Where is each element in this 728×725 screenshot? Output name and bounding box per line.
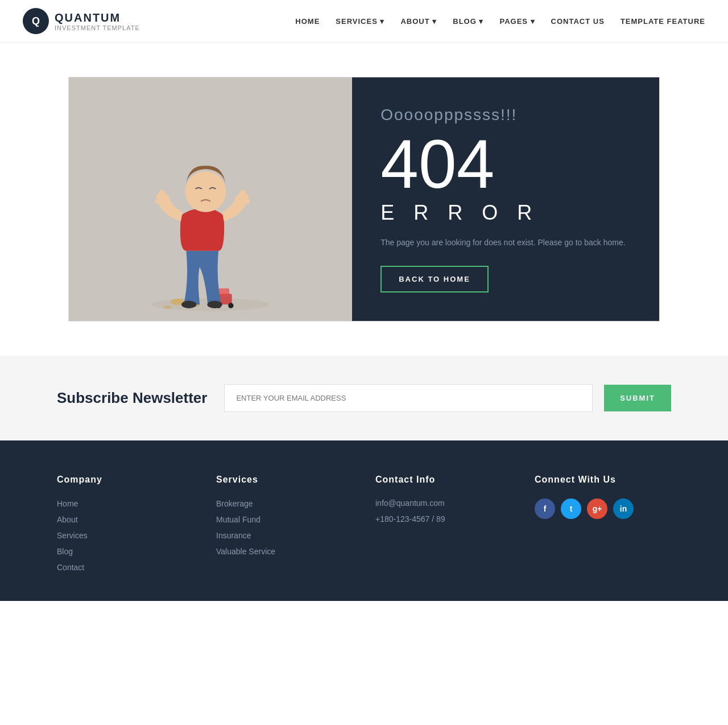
footer-services-links: Brokerage Mutual Fund Insurance Valuable… [216, 499, 353, 557]
subscribe-title: Subscribe Newsletter [57, 389, 207, 407]
svg-point-17 [245, 199, 250, 204]
footer-services-heading: Services [216, 475, 353, 485]
logo-name: QUANTUM [55, 11, 140, 24]
svg-point-9 [207, 301, 222, 308]
navbar: Q QUANTUM INVESTMENT TEMPLATE HOME SERVI… [0, 0, 728, 43]
facebook-icon[interactable]: f [535, 499, 555, 519]
svg-rect-5 [218, 289, 229, 295]
error-content: Ooooopppssss!!! 404 E R R O R The page y… [352, 77, 659, 321]
nav-about[interactable]: ABOUT ▾ [400, 17, 437, 26]
footer-contact-phone: +180-123-4567 / 89 [375, 514, 512, 524]
error-description: The page you are looking for does not ex… [380, 236, 631, 249]
svg-point-16 [243, 194, 249, 199]
footer-company-heading: Company [57, 475, 193, 485]
svg-point-14 [155, 199, 160, 204]
svg-point-8 [181, 301, 196, 308]
footer-service-insurance[interactable]: Insurance [216, 531, 251, 540]
footer-company-services[interactable]: Services [57, 531, 88, 540]
footer-company-links: Home About Services Blog Contact [57, 499, 193, 572]
footer-social-heading: Connect With Us [535, 475, 671, 485]
linkedin-icon[interactable]: in [613, 499, 634, 519]
logo[interactable]: Q QUANTUM INVESTMENT TEMPLATE [23, 8, 140, 34]
footer-services: Services Brokerage Mutual Fund Insurance… [216, 475, 353, 578]
nav-pages[interactable]: PAGES ▾ [499, 17, 535, 26]
footer-company-home[interactable]: Home [57, 499, 78, 508]
error-image [69, 77, 352, 321]
subscribe-email-input[interactable] [224, 384, 593, 412]
error-number: 404 [380, 130, 631, 198]
footer-service-mutual[interactable]: Mutual Fund [216, 515, 260, 524]
footer-company-contact[interactable]: Contact [57, 563, 84, 572]
svg-point-7 [228, 303, 233, 308]
logo-icon: Q [23, 8, 49, 34]
nav-template[interactable]: TEMPLATE FEATURE [621, 17, 705, 26]
logo-sub: INVESTMENT TEMPLATE [55, 24, 140, 31]
footer-social: Connect With Us f t g+ in [535, 475, 671, 578]
footer-company-blog[interactable]: Blog [57, 547, 73, 556]
subscribe-submit-button[interactable]: SUBMIT [604, 385, 671, 411]
svg-point-13 [156, 194, 162, 199]
footer-contact-email: info@quantum.com [375, 499, 512, 508]
error-section: Ooooopppssss!!! 404 E R R O R The page y… [68, 77, 660, 322]
nav-links: HOME SERVICES ▾ ABOUT ▾ BLOG ▾ PAGES ▾ C… [295, 16, 705, 26]
twitter-icon[interactable]: t [561, 499, 581, 519]
footer-contact: Contact Info info@quantum.com +180-123-4… [375, 475, 512, 578]
nav-blog[interactable]: BLOG ▾ [453, 17, 483, 26]
footer-service-valuable[interactable]: Valuable Service [216, 547, 275, 556]
subscribe-section: Subscribe Newsletter SUBMIT [0, 356, 728, 440]
svg-point-11 [185, 171, 226, 212]
svg-point-3 [163, 306, 172, 309]
nav-contact[interactable]: CONTACT US [551, 17, 605, 26]
back-to-home-button[interactable]: BACK TO HOME [380, 266, 489, 293]
nav-services[interactable]: SERVICES ▾ [336, 17, 384, 26]
footer-contact-heading: Contact Info [375, 475, 512, 485]
nav-home[interactable]: HOME [295, 17, 320, 26]
googleplus-icon[interactable]: g+ [587, 499, 607, 519]
oops-text: Ooooopppssss!!! [380, 106, 631, 124]
main-content: Ooooopppssss!!! 404 E R R O R The page y… [57, 77, 671, 322]
error-word: E R R O R [380, 201, 631, 225]
footer: Company Home About Services Blog Contact… [0, 440, 728, 601]
footer-service-brokerage[interactable]: Brokerage [216, 499, 253, 508]
social-icons: f t g+ in [535, 499, 671, 519]
footer-company-about[interactable]: About [57, 515, 78, 524]
footer-company: Company Home About Services Blog Contact [57, 475, 193, 578]
